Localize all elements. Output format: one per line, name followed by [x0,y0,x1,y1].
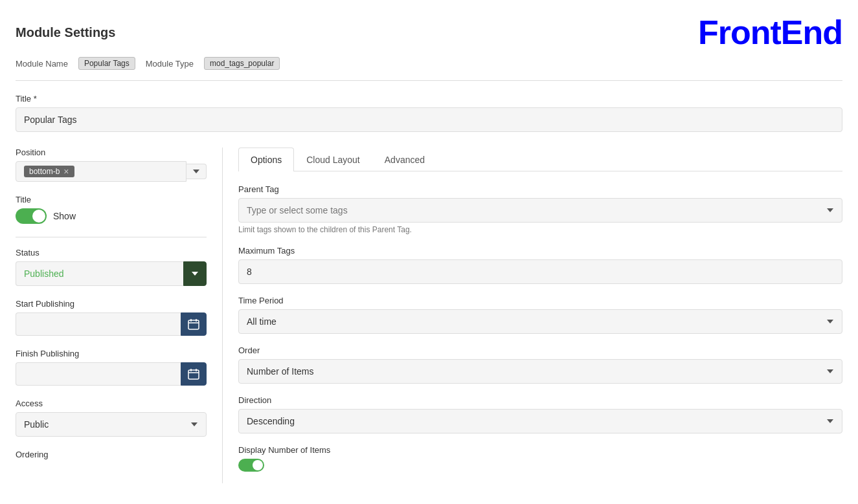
access-label: Access [16,399,207,408]
display-number-toggle[interactable] [238,459,264,472]
title-toggle[interactable] [16,208,47,224]
module-type-badge: mod_tags_popular [204,57,280,70]
divider-1 [16,237,207,237]
start-publishing-wrapper [16,312,207,336]
position-select-wrapper: bottom-b × [16,161,207,182]
finish-publishing-wrapper [16,362,207,386]
position-tag-close[interactable]: × [63,167,69,176]
title-input[interactable] [16,107,842,132]
calendar-icon [188,318,199,330]
title-toggle-group: Title Show [16,195,207,224]
time-period-label: Time Period [238,296,842,305]
order-label: Order [238,345,842,355]
right-panel: Options Cloud Layout Advanced Parent Tag [223,148,842,483]
meta-row: Module Name Popular Tags Module Type mod… [16,57,842,81]
options-content: Parent Tag Limit tags shown to the child… [238,184,842,472]
finish-publishing-label: Finish Publishing [16,349,207,358]
tabs: Options Cloud Layout Advanced [238,148,842,171]
start-publishing-group: Start Publishing [16,299,207,336]
display-number-label: Display Number of Items [238,445,842,455]
toggle-thumb [253,460,263,470]
parent-tag-wrapper [238,198,842,223]
chevron-down-icon [193,170,199,173]
position-tag-value: bottom-b × [24,166,74,177]
tab-cloud-layout[interactable]: Cloud Layout [294,148,372,171]
title-label: Title * [16,94,842,104]
status-dropdown-btn[interactable] [183,261,207,286]
max-tags-input[interactable] [238,259,842,284]
max-tags-label: Maximum Tags [238,246,842,256]
parent-tag-helper: Limit tags shown to the children of this… [238,225,842,234]
svg-rect-4 [188,370,199,379]
max-tags-group: Maximum Tags [238,246,842,284]
time-period-select-wrapper: All time Last day Last week Last month L… [238,309,842,334]
chevron-down-icon [192,272,198,276]
svg-rect-0 [188,320,199,329]
status-wrapper: Published [16,261,207,286]
time-period-select[interactable]: All time Last day Last week Last month L… [238,309,842,334]
ordering-label: Ordering [16,450,207,459]
tab-advanced[interactable]: Advanced [372,148,437,171]
finish-publishing-group: Finish Publishing [16,349,207,386]
direction-group: Direction Descending Ascending [238,395,842,433]
order-group: Order Number of Items Title Random [238,345,842,384]
access-select-wrapper: Public Registered Special [16,412,207,437]
frontend-logo: FrontEnd [698,13,842,52]
direction-select[interactable]: Descending Ascending [238,409,842,433]
display-number-group: Display Number of Items [238,445,842,472]
title-toggle-row: Show [16,208,207,224]
title-show-label: Show [53,211,76,221]
page-title: Module Settings [16,25,115,40]
start-publishing-calendar-btn[interactable] [181,312,207,336]
title-toggle-label: Title [16,195,207,204]
access-select[interactable]: Public Registered Special [16,412,207,437]
start-publishing-label: Start Publishing [16,299,207,309]
order-select-wrapper: Number of Items Title Random [238,359,842,384]
module-name-badge: Popular Tags [78,57,135,70]
order-select[interactable]: Number of Items Title Random [238,359,842,384]
direction-select-wrapper: Descending Ascending [238,409,842,433]
calendar-icon [188,368,199,380]
position-group: Position bottom-b × [16,148,207,182]
access-group: Access Public Registered Special [16,399,207,437]
position-dropdown-btn[interactable] [186,164,207,179]
ordering-group: Ordering [16,450,207,459]
parent-tag-label: Parent Tag [238,184,842,194]
position-tag-wrapper[interactable]: bottom-b × [16,161,186,182]
status-label: Status [16,248,207,257]
display-number-toggle-row [238,459,842,472]
toggle-thumb [32,210,45,223]
module-type-label: Module Type [146,59,194,69]
position-label: Position [16,148,207,157]
finish-publishing-calendar-btn[interactable] [181,362,207,386]
parent-tag-group: Parent Tag Limit tags shown to the child… [238,184,842,234]
tab-options[interactable]: Options [238,148,294,171]
start-publishing-input[interactable] [16,312,181,336]
module-name-label: Module Name [16,59,68,69]
time-period-group: Time Period All time Last day Last week … [238,296,842,334]
parent-tag-input[interactable] [238,198,842,223]
finish-publishing-input[interactable] [16,362,181,386]
status-group: Status Published [16,248,207,286]
status-display: Published [16,261,183,286]
direction-label: Direction [238,395,842,405]
left-panel: Position bottom-b × Title [16,148,223,483]
title-section: Title * [16,94,842,132]
